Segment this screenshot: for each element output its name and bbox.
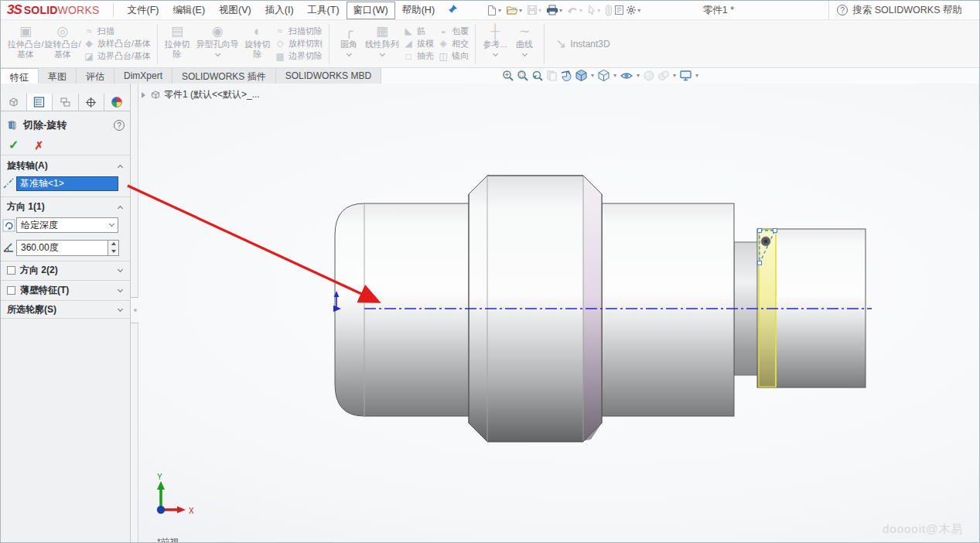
draft-button[interactable]: ◢拔模 <box>402 37 434 50</box>
shell-button[interactable]: □抽壳 <box>402 50 434 63</box>
axis-selection-field[interactable]: 基准轴<1> <box>16 176 118 191</box>
rebuild-button[interactable] <box>604 3 613 18</box>
linear-pattern-button[interactable]: ▦ 线性阵列 <box>364 22 401 66</box>
direction1-header[interactable]: 方向 1(1) <box>1 200 131 214</box>
instant3d-button[interactable]: ↘ Instant3D <box>549 22 616 66</box>
axis-of-revolution-header[interactable]: 旋转轴(A) <box>1 159 131 173</box>
extruded-boss-button[interactable]: ▣ 拉伸凸台/基体 <box>7 22 44 66</box>
revolved-boss-button[interactable]: ◎ 旋转凸台/基体 <box>44 22 81 66</box>
angle-spinner[interactable] <box>108 240 119 256</box>
expand-chevron-icon[interactable] <box>118 266 123 272</box>
zoom-to-area-icon[interactable] <box>517 70 529 82</box>
previous-view-icon[interactable] <box>531 70 544 82</box>
sketch-vertex-handle[interactable] <box>758 261 762 265</box>
apply-scene-icon[interactable] <box>657 70 670 82</box>
tab-features[interactable]: 特征 <box>1 68 39 84</box>
curves-button[interactable]: ∼ 曲线 <box>510 22 539 66</box>
spinner-down-icon[interactable] <box>108 248 118 255</box>
select-button[interactable]: ▾ <box>586 3 604 17</box>
menu-view[interactable]: 视图(V) <box>212 2 258 19</box>
sketch-vertex-handle[interactable] <box>773 229 777 233</box>
extruded-cut-button[interactable]: ▤ 拉伸切除 <box>162 22 192 66</box>
print-button[interactable]: ▾ <box>545 3 566 17</box>
selected-contours-header[interactable]: 所选轮廓(S) <box>1 302 131 317</box>
lofted-cut-button[interactable]: ◇放样切割 <box>274 37 323 50</box>
end-condition-dropdown[interactable]: 给定深度 <box>16 217 118 233</box>
thin-feature-header[interactable]: 薄壁特征(T) <box>1 283 131 298</box>
swept-cut-button[interactable]: ≈扫描切除 <box>274 25 323 37</box>
file-properties-button[interactable] <box>613 3 625 17</box>
options-button[interactable]: ▾ <box>625 3 644 17</box>
help-icon: ? <box>837 5 848 15</box>
dropdown-chevron[interactable] <box>347 51 352 56</box>
panel-help-icon[interactable]: ? <box>114 120 125 131</box>
cancel-button[interactable]: ✗ <box>34 139 43 152</box>
reference-geometry-button[interactable]: ┼ 参考... <box>480 22 510 66</box>
boundary-boss-button[interactable]: ◪边界凸台/基体 <box>83 50 151 63</box>
open-button[interactable]: ▾ <box>505 3 526 17</box>
sketch-vertex-handle[interactable] <box>758 229 762 233</box>
ok-button[interactable]: ✓ <box>9 138 19 152</box>
mirror-button[interactable]: ◫镜向 <box>437 50 469 63</box>
menu-edit[interactable]: 编辑(E) <box>166 2 212 19</box>
tab-sketch[interactable]: 草图 <box>39 68 77 84</box>
property-manager-panel: 切除-旋转 ? ✓ ✗ 旋转轴(A) 基准轴<1> 方向 1(1) 给定深度 3… <box>1 84 131 543</box>
undo-button[interactable]: ▾ <box>566 4 586 17</box>
tab-featuremanager-tree[interactable] <box>1 94 27 111</box>
pages-icon[interactable] <box>546 70 558 81</box>
menu-file[interactable]: 文件(F) <box>120 2 166 19</box>
reverse-direction-icon[interactable] <box>1 219 16 232</box>
help-search[interactable]: ? 搜索 SOLIDWORKS 帮助 <box>828 1 973 19</box>
expand-chevron-icon[interactable] <box>118 286 123 292</box>
tab-evaluate[interactable]: 评估 <box>77 68 114 84</box>
revolved-cut-button[interactable]: ◐ 旋转切除 <box>243 22 272 66</box>
tab-dimxpert[interactable]: DimXpert <box>114 68 172 84</box>
triad-x-label: X <box>189 507 194 515</box>
swept-boss-button[interactable]: ≈扫描 <box>83 25 151 37</box>
thin-feature-checkbox[interactable] <box>7 286 15 295</box>
graphics-viewport[interactable]: 零件1 (默认<<默认>_... <box>138 84 980 543</box>
menu-insert[interactable]: 插入(I) <box>258 2 301 19</box>
save-button[interactable]: ▾ <box>526 3 545 17</box>
pin-menu-icon[interactable] <box>448 4 458 16</box>
boundary-cut-button[interactable]: ▩边界切除 <box>274 50 323 63</box>
dropdown-chevron[interactable] <box>493 51 498 56</box>
spinner-up-icon[interactable] <box>108 241 118 248</box>
view-orientation-icon[interactable] <box>575 69 588 82</box>
fillet-button[interactable]: ╭ 圆角 <box>334 22 364 66</box>
intersect-button[interactable]: ◈相交 <box>437 37 469 50</box>
section-view-icon[interactable] <box>560 70 572 82</box>
new-document-button[interactable]: ▾ <box>486 3 505 18</box>
menu-help[interactable]: 帮助(H) <box>395 2 442 19</box>
shaft-left-face[interactable] <box>335 203 470 416</box>
hide-show-items-icon[interactable] <box>620 70 633 81</box>
direction2-checkbox[interactable] <box>7 266 15 275</box>
edit-appearance-icon[interactable] <box>643 70 655 82</box>
display-style-icon[interactable] <box>597 69 610 82</box>
tab-configurationmanager[interactable] <box>53 94 79 111</box>
tab-dimxpertmanager[interactable] <box>79 94 105 111</box>
collapse-chevron-icon[interactable] <box>118 206 123 211</box>
hole-wizard-button[interactable]: ◉ 异型孔向导 <box>192 22 243 66</box>
tab-solidworks-addins[interactable]: SOLIDWORKS 插件 <box>172 68 276 84</box>
zoom-to-fit-icon[interactable] <box>502 70 514 82</box>
menu-tools[interactable]: 工具(T) <box>301 2 347 19</box>
part-3d-model[interactable]: Y X <box>138 84 980 543</box>
dropdown-chevron[interactable] <box>215 51 220 56</box>
expand-chevron-icon[interactable] <box>118 306 123 311</box>
wrap-button[interactable]: ◒包覆 <box>437 25 469 37</box>
lofted-boss-button[interactable]: ◆放样凸台/基体 <box>83 37 151 50</box>
tab-displaymanager[interactable] <box>104 94 131 111</box>
menu-window[interactable]: 窗口(W) <box>347 2 395 19</box>
angle-input[interactable]: 360.00度 <box>16 240 108 256</box>
direction2-header[interactable]: 方向 2(2) <box>1 263 131 278</box>
dropdown-chevron[interactable] <box>380 51 385 56</box>
dropdown-chevron[interactable] <box>522 51 528 56</box>
tab-propertymanager[interactable] <box>27 94 53 111</box>
collapse-chevron-icon[interactable] <box>118 165 123 170</box>
shaft-right-face[interactable] <box>602 203 734 416</box>
view-settings-icon[interactable] <box>679 70 692 81</box>
rib-button[interactable]: ◣筋 <box>402 25 434 37</box>
tab-solidworks-mbd[interactable]: SOLIDWORKS MBD <box>276 68 381 84</box>
swept-cut-icon: ≈ <box>274 26 286 36</box>
